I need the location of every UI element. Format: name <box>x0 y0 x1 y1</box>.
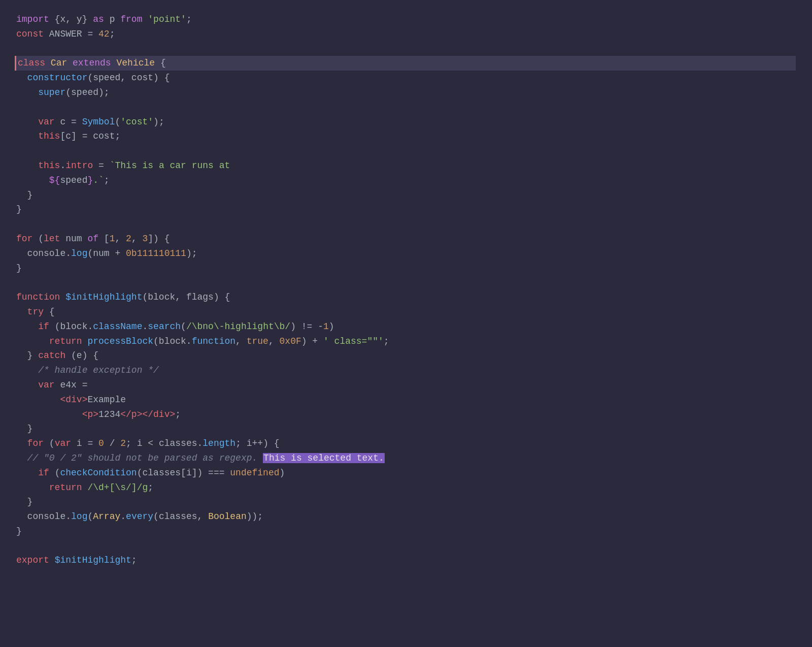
line-30: console.log(Array.every(classes, Boolean… <box>16 509 796 524</box>
code-editor: import {x, y} as p from 'point'; const A… <box>16 12 796 568</box>
line-16: try { <box>16 305 796 319</box>
line-9: ${speed}.`; <box>16 173 796 188</box>
line-12: for (let num of [1, 2, 3]) { <box>16 232 796 246</box>
line-26: // "0 / 2" should not be parsed as regex… <box>16 451 796 466</box>
line-19: } catch (e) { <box>16 348 796 363</box>
line-29: } <box>16 495 796 509</box>
line-3: class Car extends Vehicle { <box>15 56 796 71</box>
line-22: <div>Example <box>16 393 796 407</box>
line-1: import {x, y} as p from 'point'; <box>16 12 796 27</box>
line-28: return /\d+[\s/]/g; <box>16 480 796 495</box>
line-21: var e4x = <box>16 378 796 393</box>
line-24: } <box>16 422 796 436</box>
line-20: /* handle exception */ <box>16 363 796 378</box>
line-31: } <box>16 524 796 539</box>
line-14: } <box>16 261 796 276</box>
line-10: } <box>16 188 796 203</box>
line-13: console.log(num + 0b111110111); <box>16 246 796 261</box>
line-11: } <box>16 202 796 217</box>
line-27: if (checkCondition(classes[i]) === undef… <box>16 466 796 480</box>
line-2: const ANSWER = 42; <box>16 27 796 42</box>
line-8: this.intro = `This is a car runs at <box>16 158 796 173</box>
line-25: for (var i = 0 / 2; i < classes.length; … <box>16 436 796 451</box>
line-4: constructor(speed, cost) { <box>16 71 796 85</box>
line-15: function $initHighlight(block, flags) { <box>16 290 796 305</box>
line-17: if (block.className.search(/\bno\-highli… <box>16 319 796 334</box>
line-5: super(speed); <box>16 85 796 100</box>
line-23: <p>1234</p></div>; <box>16 407 796 422</box>
line-6: var c = Symbol('cost'); <box>16 115 796 130</box>
line-7: this[c] = cost; <box>16 129 796 144</box>
line-32: export $initHighlight; <box>16 553 796 568</box>
selected-text: This is selected text. <box>263 453 385 463</box>
line-18: return processBlock(block.function, true… <box>16 334 796 349</box>
